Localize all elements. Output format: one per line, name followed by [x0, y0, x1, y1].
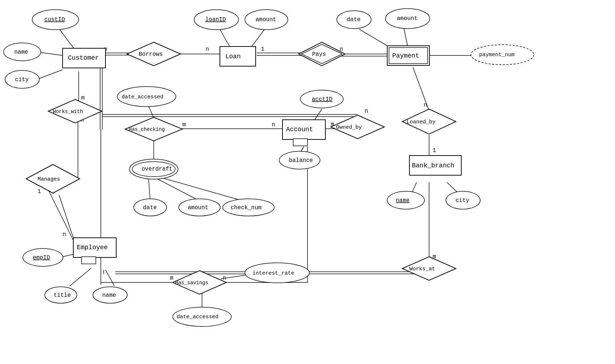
svg-rect-73: [82, 257, 96, 264]
emp-name-label: name: [102, 292, 116, 299]
svg-text:n: n: [424, 102, 427, 108]
svg-line-33: [148, 105, 154, 118]
date-accessed2-label: date_accessed: [177, 314, 218, 320]
customer-label: Customer: [68, 54, 99, 62]
svg-text:m: m: [81, 95, 85, 101]
svg-text:n: n: [272, 122, 275, 128]
check-date-label: date: [143, 205, 157, 211]
pay-date-label: date: [347, 16, 360, 23]
svg-text:1: 1: [433, 147, 436, 154]
svg-text:m: m: [182, 122, 186, 128]
emp-title-label: title: [54, 292, 71, 299]
custid-label: custID: [44, 16, 65, 23]
loan-amount-label: amount: [256, 16, 276, 23]
svg-text:n: n: [206, 46, 209, 53]
bb-city-label: city: [456, 197, 469, 204]
svg-text:n: n: [365, 108, 368, 114]
interest-rate-label: interest_rate: [252, 270, 294, 276]
svg-line-23: [59, 195, 75, 243]
works-with-label: Works_with: [53, 109, 83, 114]
pay-amount-label: amount: [397, 15, 418, 22]
svg-line-8: [220, 29, 231, 48]
payment-label: Payment: [392, 52, 419, 59]
balance-label: balance: [289, 157, 313, 164]
er-svg: m n 1 n m n n: [0, 0, 615, 364]
svg-line-28: [70, 268, 91, 286]
bb-name-label: name: [396, 197, 409, 204]
account-label: Account: [286, 126, 313, 133]
loanid-label: loanID: [205, 16, 226, 23]
pays-label: Pays: [312, 51, 326, 58]
svg-line-9: [250, 29, 265, 48]
svg-text:1: 1: [261, 46, 265, 53]
svg-line-25: [47, 188, 73, 240]
svg-line-40: [159, 177, 243, 201]
check-amount-label: amount: [188, 205, 208, 211]
date-accessed1-label: date_accessed: [122, 94, 163, 100]
svg-line-38: [148, 177, 150, 200]
payment-num-label: payment_num: [479, 52, 515, 58]
owned-by-label: Owned_by: [336, 124, 362, 131]
svg-text:m: m: [170, 275, 173, 281]
employee-label: Employee: [77, 244, 108, 251]
has-checking-label: Has_checking: [129, 127, 165, 132]
svg-line-39: [154, 177, 198, 200]
svg-line-17: [404, 29, 408, 46]
svg-text:n: n: [63, 231, 66, 238]
loaned-by-label: Loaned_by: [407, 119, 436, 125]
empid-label: empID: [33, 255, 50, 261]
svg-rect-72: [293, 139, 308, 146]
svg-line-29: [105, 270, 114, 286]
manages-label: Manages: [38, 176, 60, 182]
bank-branch-label: Bank_branch: [412, 162, 454, 169]
loan-label: Loan: [225, 53, 241, 60]
er-diagram: m n 1 n m n n: [0, 0, 615, 364]
check-num-label: check_num: [231, 205, 261, 211]
overdraft-label: overdraft: [142, 166, 172, 172]
works-at-label: Works_at: [409, 266, 435, 272]
cust-city-label: city: [15, 77, 29, 83]
svg-text:1: 1: [38, 188, 41, 195]
borrows-label: Borrows: [139, 51, 163, 58]
cust-name-label: name: [14, 49, 28, 55]
has-savings-label: Has_savings: [175, 280, 208, 286]
svg-line-0: [59, 29, 75, 50]
acctid-label: acctID: [312, 96, 333, 103]
